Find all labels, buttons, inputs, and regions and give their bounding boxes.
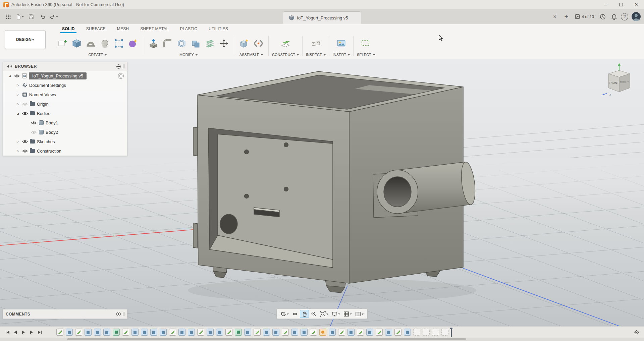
assemble-group-dropdown[interactable]: ASSEMBLE — [239, 53, 263, 58]
shell-tool[interactable] — [175, 36, 188, 51]
viewports-button[interactable] — [354, 310, 365, 318]
expand-arrow-icon[interactable]: ◢ — [16, 112, 20, 115]
timeline-feature-sketch[interactable] — [376, 329, 383, 336]
browser-item-origin[interactable]: ▷ Origin — [3, 99, 127, 109]
document-tab[interactable]: IoT_Yogurt_Processing v5 — [283, 11, 362, 24]
collapse-all-icon[interactable] — [116, 64, 121, 69]
timeline-feature-sketch[interactable] — [338, 329, 345, 336]
construction-plane-tool[interactable] — [279, 36, 292, 51]
insert-group-dropdown[interactable]: INSERT — [333, 53, 350, 58]
orbit-tool-button[interactable] — [279, 310, 290, 318]
undo-button[interactable] — [38, 12, 48, 22]
timeline-feature-combine[interactable] — [113, 329, 120, 336]
browser-item-named-views[interactable]: ▷ Named Views — [3, 90, 127, 99]
timeline-feature-sketch[interactable] — [282, 329, 289, 336]
timeline-scrollbar[interactable] — [0, 338, 644, 341]
timeline-feature-ghost[interactable] — [423, 329, 430, 336]
close-button[interactable] — [629, 0, 644, 9]
timeline-feature-extrude[interactable] — [103, 329, 110, 336]
timeline-feature-extrude[interactable] — [244, 329, 251, 336]
visibility-eye-icon[interactable] — [22, 112, 28, 115]
app-launcher-button[interactable] — [3, 12, 13, 22]
display-settings-button[interactable] — [330, 310, 341, 318]
joint-tool[interactable] — [252, 36, 265, 51]
visibility-eye-icon[interactable] — [22, 102, 28, 106]
expand-arrow-icon[interactable]: ◢ — [8, 74, 12, 77]
tab-utilities[interactable]: UTILITIES — [203, 26, 234, 33]
timeline-feature-ghost[interactable] — [432, 329, 439, 336]
timeline-feature-sketch[interactable] — [394, 329, 401, 336]
minimize-button[interactable] — [598, 0, 613, 9]
timeline-feature-sketch[interactable] — [56, 329, 63, 336]
browser-item-body1[interactable]: Body1 — [3, 118, 127, 127]
new-component-tool[interactable] — [237, 36, 251, 51]
timeline-feature-extrude[interactable] — [263, 329, 270, 336]
model-body1[interactable] — [188, 71, 477, 302]
tab-surface[interactable]: SURFACE — [80, 26, 111, 33]
timeline-feature-extrude[interactable] — [347, 329, 355, 336]
redo-button[interactable] — [49, 12, 59, 22]
timeline-feature-extrude[interactable] — [404, 329, 411, 336]
save-button[interactable] — [26, 12, 36, 22]
timeline-feature-ghost[interactable] — [413, 329, 420, 336]
new-tab-button[interactable] — [561, 12, 571, 21]
timeline-feature-thread[interactable] — [319, 329, 326, 336]
expand-arrow-icon[interactable]: ▷ — [16, 83, 20, 87]
expand-arrow-icon[interactable]: ▷ — [16, 149, 20, 153]
timeline-feature-sketch[interactable] — [254, 329, 261, 336]
timeline-feature-extrude[interactable] — [160, 329, 167, 336]
user-avatar[interactable] — [632, 12, 641, 21]
timeline-feature-extrude[interactable] — [329, 329, 336, 336]
expand-arrow-icon[interactable]: ▷ — [16, 93, 20, 96]
timeline-feature-extrude[interactable] — [385, 329, 392, 336]
timeline-feature-sketch[interactable] — [197, 329, 204, 336]
timeline-position-marker[interactable] — [450, 328, 452, 337]
timeline-feature-extrude[interactable] — [216, 329, 223, 336]
measure-tool[interactable] — [309, 36, 322, 51]
look-at-tool-button[interactable] — [291, 310, 299, 318]
tab-plastic[interactable]: PLASTIC — [174, 26, 203, 33]
timeline-feature-extrude[interactable] — [366, 329, 373, 336]
maximize-button[interactable] — [613, 0, 629, 9]
select-group-dropdown[interactable]: SELECT — [357, 53, 375, 58]
expand-comments-icon[interactable] — [116, 312, 121, 316]
fillet-tool[interactable] — [161, 36, 174, 51]
help-button[interactable] — [621, 13, 628, 20]
timeline-feature-extrude[interactable] — [188, 329, 195, 336]
pattern-tool[interactable] — [112, 36, 125, 51]
primitive-box-tool[interactable] — [70, 36, 83, 51]
grid-settings-button[interactable] — [342, 310, 353, 318]
timeline-feature-extrude[interactable] — [66, 329, 73, 336]
combine-tool[interactable] — [189, 36, 202, 51]
timeline-feature-sketch[interactable] — [75, 329, 82, 336]
activate-component-radio[interactable] — [118, 73, 124, 79]
workspace-selector[interactable]: DESIGN — [5, 30, 46, 49]
timeline-feature-extrude[interactable] — [207, 329, 214, 336]
timeline-feature-sketch[interactable] — [357, 329, 364, 336]
tab-mesh[interactable]: MESH — [111, 26, 135, 33]
timeline-feature-extrude[interactable] — [131, 329, 139, 336]
timeline-scroll-thumb[interactable] — [67, 338, 466, 340]
modify-group-dropdown[interactable]: MODIFY — [179, 53, 198, 58]
select-tool[interactable] — [359, 36, 373, 51]
timeline-feature-extrude[interactable] — [291, 329, 298, 336]
browser-item-construction[interactable]: ▷ Construction — [3, 146, 127, 156]
timeline-options-button[interactable] — [633, 329, 641, 336]
zoom-tool-button[interactable] — [310, 310, 318, 318]
timeline-feature-extrude[interactable] — [301, 329, 308, 336]
timeline-feature-extrude[interactable] — [150, 329, 157, 336]
close-tab-button[interactable] — [550, 12, 559, 21]
timeline-feature-sketch[interactable] — [310, 329, 317, 336]
timeline-feature-sketch[interactable] — [225, 329, 232, 336]
create-sketch-tool[interactable] — [56, 36, 69, 51]
view-cube[interactable]: FRONT RIGHT Z — [598, 60, 639, 102]
timeline-feature-combine[interactable] — [235, 329, 242, 336]
panel-resize-grip[interactable] — [123, 312, 124, 316]
browser-item-sketches[interactable]: ▷ Sketches — [3, 137, 127, 146]
browser-item-body2[interactable]: Body2 — [3, 127, 127, 137]
create-form-tool[interactable] — [126, 36, 140, 51]
job-status[interactable]: 4 of 10 — [573, 14, 596, 19]
revolve-tool[interactable] — [84, 36, 97, 51]
timeline-feature-extrude[interactable] — [272, 329, 279, 336]
timeline-step-back-button[interactable] — [11, 329, 19, 336]
